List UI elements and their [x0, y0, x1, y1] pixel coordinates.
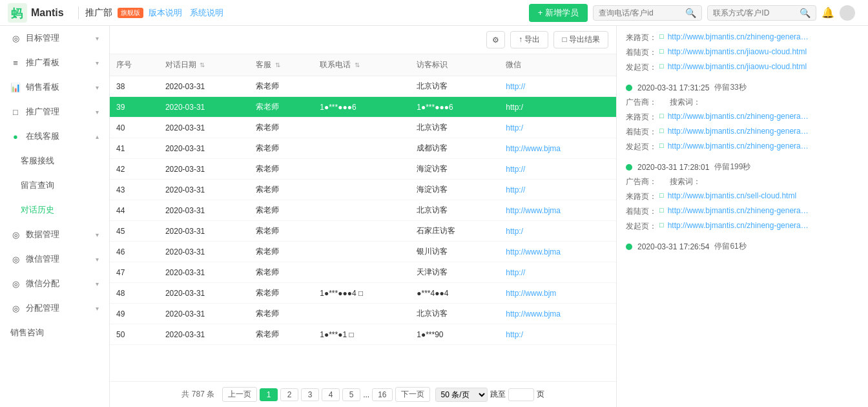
jump-input[interactable]	[508, 388, 534, 401]
page-btn-4[interactable]: 4	[322, 388, 340, 401]
cell-visitor: 海淀访客	[410, 159, 499, 180]
cell-date: 2020-03-31	[159, 159, 249, 180]
table-wrap: 序号 对话日期 ⇅ 客服 ⇅ 联系电话 ⇅ 访客标识 微信 38 2020-03…	[110, 54, 616, 381]
sidebar-item-data-mgmt[interactable]: ◎ 数据管理 ▾	[0, 222, 109, 247]
search-icon-2[interactable]: 🔍	[800, 8, 811, 18]
rp-section-2: 2020-03-31 17:28:01 停留199秒 广告商： 搜索词： 来路页…	[626, 162, 859, 232]
cell-date: 2020-03-31	[159, 76, 249, 97]
cell-staff: 索老师	[249, 283, 313, 304]
search-icon-1[interactable]: 🔍	[685, 8, 696, 18]
cell-id: 48	[110, 283, 159, 304]
header-divider	[78, 6, 79, 19]
search-input-1[interactable]	[599, 8, 683, 17]
rp-origin-url-0[interactable]: http://www.bjmantis.cn/jiaowu-cloud.html	[668, 62, 807, 71]
edition-badge: 旗舰版	[118, 8, 143, 18]
rp-keyword-label-1: 搜索词：	[670, 97, 701, 108]
cell-id: 44	[110, 200, 159, 221]
chevron-icon-10: ▾	[96, 280, 99, 287]
sidebar-label-wechat-mgmt: 微信管理	[26, 253, 59, 265]
notification-bell[interactable]: 🔔	[822, 6, 834, 19]
prev-page-button[interactable]: 上一页	[222, 387, 257, 402]
table-row[interactable]: 41 2020-03-31 索老师 成都访客 http://www.bjma	[110, 138, 616, 159]
rp-origin-url-2[interactable]: http://www.bjmantis.cn/zhineng-generaliz…	[668, 221, 810, 230]
sidebar: ◎ 目标管理 ▾ ≡ 推广看板 ▾ 📊 销售看板 ▾ □ 推广管理 ▾	[0, 26, 110, 407]
rp-duration-1: 停留33秒	[714, 82, 746, 93]
rp-landing-url-2[interactable]: http://www.bjmantis.cn/zhineng-generaliz…	[668, 206, 810, 215]
table-row[interactable]: 44 2020-03-31 索老师 北京访客 http://www.bjma	[110, 200, 616, 221]
cell-phone	[313, 118, 410, 138]
sidebar-item-assign-mgmt[interactable]: ◎ 分配管理 ▾	[0, 296, 109, 320]
table-row[interactable]: 46 2020-03-31 索老师 银川访客 http://www.bjma	[110, 242, 616, 262]
system-link[interactable]: 系统说明	[190, 7, 223, 19]
session-dot-1	[626, 85, 632, 91]
rp-landing-url-0[interactable]: http://www.bjmantis.cn/jiaowu-cloud.html	[668, 47, 807, 56]
rp-ad-label-2: 广告商：	[626, 176, 657, 187]
table-row[interactable]: 48 2020-03-31 索老师 1●***●●●4 □ ●***4●●4 h…	[110, 283, 616, 304]
sales-board-icon: 📊	[10, 82, 21, 92]
cell-phone	[313, 76, 410, 97]
sidebar-item-chat-history[interactable]: 对话历史	[0, 198, 109, 222]
table-row[interactable]: 50 2020-03-31 索老师 1●***●1 □ 1●***90 http…	[110, 324, 616, 345]
export-result-button[interactable]: □ 导出结果	[553, 31, 608, 48]
rp-origin-url-1[interactable]: http://www.bjmantis.cn/zhineng-generaliz…	[668, 141, 810, 151]
rp-origin-icon-2: □	[659, 221, 664, 229]
sidebar-item-cs-line[interactable]: 客服接线	[0, 149, 109, 173]
sidebar-item-target-mgmt[interactable]: ◎ 目标管理 ▾	[0, 26, 109, 50]
search-input-2[interactable]	[713, 8, 797, 17]
cell-id: 49	[110, 304, 159, 324]
page-btn-5[interactable]: 5	[342, 388, 360, 401]
rp-referer-url-0[interactable]: http://www.bjmantis.cn/zhineng-generaliz…	[668, 32, 810, 41]
cell-wechat: http://www.bjma	[499, 138, 616, 159]
cell-wechat: http:/	[499, 221, 616, 242]
sidebar-item-promo-board[interactable]: ≡ 推广看板 ▾	[0, 50, 109, 75]
version-link[interactable]: 版本说明	[149, 7, 182, 19]
per-page-select[interactable]: 50 条/页 100 条/页	[435, 388, 488, 402]
cell-wechat: http://	[499, 180, 616, 200]
table-row[interactable]: 42 2020-03-31 索老师 海淀访客 http://	[110, 159, 616, 180]
sidebar-item-online-service[interactable]: ● 在线客服 ▴	[0, 124, 109, 149]
page-btn-1[interactable]: 1	[260, 388, 278, 401]
rp-referer-url-1[interactable]: http://www.bjmantis.cn/zhineng-generaliz…	[668, 112, 810, 121]
chevron-icon-9: ▾	[96, 256, 99, 263]
sidebar-item-message-query[interactable]: 留言查询	[0, 173, 109, 198]
sidebar-item-wechat-assign[interactable]: ◎ 微信分配 ▾	[0, 271, 109, 296]
page-btn-16[interactable]: 16	[372, 388, 392, 401]
next-page-button[interactable]: 下一页	[395, 387, 430, 402]
page-btn-2[interactable]: 2	[280, 388, 298, 401]
settings-button[interactable]: ⚙	[486, 31, 505, 48]
sidebar-item-sales-board[interactable]: 📊 销售看板 ▾	[0, 75, 109, 99]
rp-landing-url-1[interactable]: http://www.bjmantis.cn/zhineng-generaliz…	[668, 127, 810, 136]
cell-date: 2020-03-31	[159, 304, 249, 324]
add-student-button[interactable]: + 新增学员	[529, 4, 588, 22]
cell-phone	[313, 138, 410, 159]
table-row[interactable]: 47 2020-03-31 索老师 天津访客 http://	[110, 262, 616, 283]
jump-label: 跳至	[490, 389, 506, 400]
col-header-date[interactable]: 对话日期 ⇅	[159, 54, 249, 76]
rp-ads-row-1: 广告商： 搜索词：	[626, 97, 859, 108]
rp-referer-label-0: 来路页：	[626, 32, 657, 43]
col-header-staff[interactable]: 客服 ⇅	[249, 54, 313, 76]
cell-wechat: http://	[499, 159, 616, 180]
sidebar-item-sales-consult[interactable]: 销售咨询	[0, 320, 109, 345]
sidebar-item-promo-mgmt[interactable]: □ 推广管理 ▾	[0, 99, 109, 124]
rp-referer-url-2[interactable]: http://www.bjmantis.cn/sell-cloud.html	[668, 191, 796, 200]
table-row[interactable]: 43 2020-03-31 索老师 海淀访客 http://	[110, 180, 616, 200]
rp-row-origin-2: 发起页： □ http://www.bjmantis.cn/zhineng-ge…	[626, 221, 859, 232]
table-row[interactable]: 39 2020-03-31 索老师 1●***●●●6 1●***●●●6 ht…	[110, 97, 616, 118]
rp-row-landing-2: 着陆页： □ http://www.bjmantis.cn/zhineng-ge…	[626, 206, 859, 217]
table-row[interactable]: 45 2020-03-31 索老师 石家庄访客 http:/	[110, 221, 616, 242]
rp-ad-label-1: 广告商：	[626, 97, 657, 108]
logo-text: Mantis	[31, 7, 64, 19]
page-btn-3[interactable]: 3	[301, 388, 319, 401]
rp-row-referer-1: 来路页： □ http://www.bjmantis.cn/zhineng-ge…	[626, 112, 859, 123]
col-header-id: 序号	[110, 54, 159, 76]
table-row[interactable]: 49 2020-03-31 索老师 北京访客 http://www.bjma	[110, 304, 616, 324]
export-button[interactable]: ↑ 导出	[510, 31, 548, 48]
chevron-icon-3: ▾	[96, 109, 99, 116]
table-row[interactable]: 38 2020-03-31 索老师 北京访客 http://	[110, 76, 616, 97]
sidebar-item-wechat-mgmt[interactable]: ◎ 微信管理 ▾	[0, 247, 109, 271]
cell-wechat: http://www.bjma	[499, 200, 616, 221]
col-header-phone[interactable]: 联系电话 ⇅	[313, 54, 410, 76]
cell-wechat: http:/	[499, 118, 616, 138]
table-row[interactable]: 40 2020-03-31 索老师 北京访客 http:/	[110, 118, 616, 138]
